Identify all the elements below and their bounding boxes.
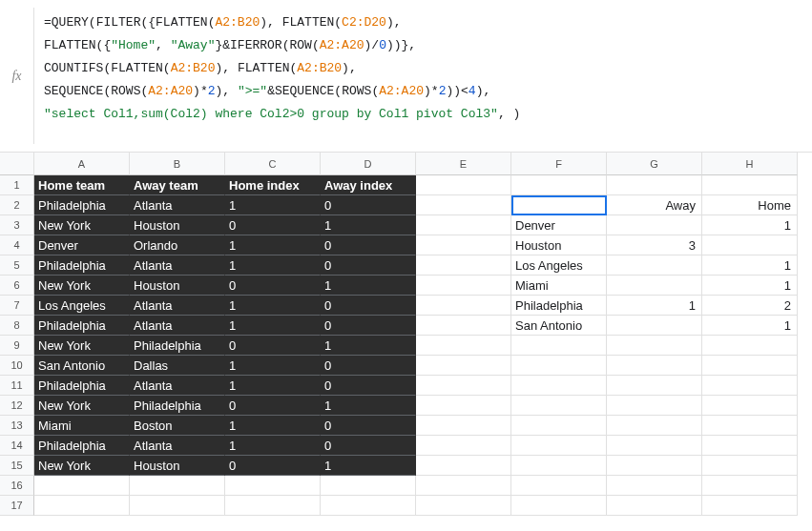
cell-C5[interactable]: 1 bbox=[225, 255, 321, 276]
cell-H9[interactable] bbox=[702, 336, 798, 356]
cell-D14[interactable]: 0 bbox=[321, 436, 416, 456]
cell-H1[interactable] bbox=[702, 175, 798, 195]
row-header-13[interactable]: 13 bbox=[0, 416, 34, 436]
cell-D2[interactable]: 0 bbox=[321, 195, 416, 215]
cell-F6[interactable]: Miami bbox=[511, 276, 607, 296]
cell-A5[interactable]: Philadelphia bbox=[34, 255, 130, 276]
cell-F13[interactable] bbox=[511, 416, 607, 436]
cell-G6[interactable] bbox=[607, 276, 702, 296]
cell-A11[interactable]: Philadelphia bbox=[34, 376, 130, 396]
row-header-15[interactable]: 15 bbox=[0, 456, 34, 476]
cell-G4[interactable]: 3 bbox=[607, 235, 702, 255]
cell-B11[interactable]: Atlanta bbox=[130, 376, 225, 396]
cell-A4[interactable]: Denver bbox=[34, 235, 130, 255]
cell-G7[interactable]: 1 bbox=[607, 296, 702, 316]
cell-D12[interactable]: 1 bbox=[321, 396, 416, 416]
cell-G17[interactable] bbox=[607, 496, 702, 516]
cell-A16[interactable] bbox=[34, 476, 130, 496]
cell-G2[interactable]: Away bbox=[607, 195, 702, 215]
cell-E17[interactable] bbox=[416, 496, 511, 516]
cell-D1[interactable]: Away index bbox=[321, 175, 416, 195]
cell-H6[interactable]: 1 bbox=[702, 276, 798, 296]
cell-C1[interactable]: Home index bbox=[225, 175, 321, 195]
cell-H5[interactable]: 1 bbox=[702, 255, 798, 276]
row-header-11[interactable]: 11 bbox=[0, 376, 34, 396]
cell-B14[interactable]: Atlanta bbox=[130, 436, 225, 456]
cell-H16[interactable] bbox=[702, 476, 798, 496]
cell-E14[interactable] bbox=[416, 436, 511, 456]
cell-B1[interactable]: Away team bbox=[130, 175, 225, 195]
cell-E4[interactable] bbox=[416, 235, 511, 255]
select-all-corner[interactable] bbox=[0, 153, 34, 175]
cell-G16[interactable] bbox=[607, 476, 702, 496]
cell-F15[interactable] bbox=[511, 456, 607, 476]
cell-G8[interactable] bbox=[607, 316, 702, 336]
cell-A6[interactable]: New York bbox=[34, 276, 130, 296]
cell-E7[interactable] bbox=[416, 296, 511, 316]
row-header-2[interactable]: 2 bbox=[0, 195, 34, 215]
cell-A3[interactable]: New York bbox=[34, 215, 130, 235]
column-header-H[interactable]: H bbox=[702, 153, 798, 175]
cell-G11[interactable] bbox=[607, 376, 702, 396]
cell-B13[interactable]: Boston bbox=[130, 416, 225, 436]
cell-C6[interactable]: 0 bbox=[225, 276, 321, 296]
row-header-17[interactable]: 17 bbox=[0, 496, 34, 516]
cell-B4[interactable]: Orlando bbox=[130, 235, 225, 255]
cell-C14[interactable]: 1 bbox=[225, 436, 321, 456]
row-header-3[interactable]: 3 bbox=[0, 215, 34, 235]
cell-E11[interactable] bbox=[416, 376, 511, 396]
cell-F1[interactable] bbox=[511, 175, 607, 195]
cell-H3[interactable]: 1 bbox=[702, 215, 798, 235]
cell-C13[interactable]: 1 bbox=[225, 416, 321, 436]
cell-E10[interactable] bbox=[416, 356, 511, 376]
cell-F14[interactable] bbox=[511, 436, 607, 456]
cell-F3[interactable]: Denver bbox=[511, 215, 607, 235]
cell-H2[interactable]: Home bbox=[702, 195, 798, 215]
cell-C15[interactable]: 0 bbox=[225, 456, 321, 476]
cell-D6[interactable]: 1 bbox=[321, 276, 416, 296]
cell-D11[interactable]: 0 bbox=[321, 376, 416, 396]
row-header-8[interactable]: 8 bbox=[0, 316, 34, 336]
row-header-6[interactable]: 6 bbox=[0, 276, 34, 296]
cell-A13[interactable]: Miami bbox=[34, 416, 130, 436]
cell-D7[interactable]: 0 bbox=[321, 296, 416, 316]
cell-F12[interactable] bbox=[511, 396, 607, 416]
cell-B2[interactable]: Atlanta bbox=[130, 195, 225, 215]
cell-H14[interactable] bbox=[702, 436, 798, 456]
cell-D4[interactable]: 0 bbox=[321, 235, 416, 255]
cell-B10[interactable]: Dallas bbox=[130, 356, 225, 376]
cell-G12[interactable] bbox=[607, 396, 702, 416]
cell-G14[interactable] bbox=[607, 436, 702, 456]
cell-B8[interactable]: Atlanta bbox=[130, 316, 225, 336]
cell-A9[interactable]: New York bbox=[34, 336, 130, 356]
cell-B3[interactable]: Houston bbox=[130, 215, 225, 235]
cell-H7[interactable]: 2 bbox=[702, 296, 798, 316]
cell-B17[interactable] bbox=[130, 496, 225, 516]
cell-H15[interactable] bbox=[702, 456, 798, 476]
cell-B6[interactable]: Houston bbox=[130, 276, 225, 296]
cell-E6[interactable] bbox=[416, 276, 511, 296]
cell-F4[interactable]: Houston bbox=[511, 235, 607, 255]
cell-C17[interactable] bbox=[225, 496, 321, 516]
cell-A10[interactable]: San Antonio bbox=[34, 356, 130, 376]
cell-E9[interactable] bbox=[416, 336, 511, 356]
cell-G10[interactable] bbox=[607, 356, 702, 376]
row-header-12[interactable]: 12 bbox=[0, 396, 34, 416]
column-header-E[interactable]: E bbox=[416, 153, 511, 175]
cell-D3[interactable]: 1 bbox=[321, 215, 416, 235]
cell-E12[interactable] bbox=[416, 396, 511, 416]
cell-G3[interactable] bbox=[607, 215, 702, 235]
cell-H12[interactable] bbox=[702, 396, 798, 416]
cell-B16[interactable] bbox=[130, 476, 225, 496]
cell-B15[interactable]: Houston bbox=[130, 456, 225, 476]
cell-E15[interactable] bbox=[416, 456, 511, 476]
cell-A15[interactable]: New York bbox=[34, 456, 130, 476]
cell-B9[interactable]: Philadelphia bbox=[130, 336, 225, 356]
cell-D10[interactable]: 0 bbox=[321, 356, 416, 376]
cell-F16[interactable] bbox=[511, 476, 607, 496]
formula-bar[interactable]: fx =QUERY(FILTER({FLATTEN(A2:B20), FLATT… bbox=[0, 0, 812, 153]
cell-C10[interactable]: 1 bbox=[225, 356, 321, 376]
row-header-14[interactable]: 14 bbox=[0, 436, 34, 456]
cell-F11[interactable] bbox=[511, 376, 607, 396]
cell-C4[interactable]: 1 bbox=[225, 235, 321, 255]
